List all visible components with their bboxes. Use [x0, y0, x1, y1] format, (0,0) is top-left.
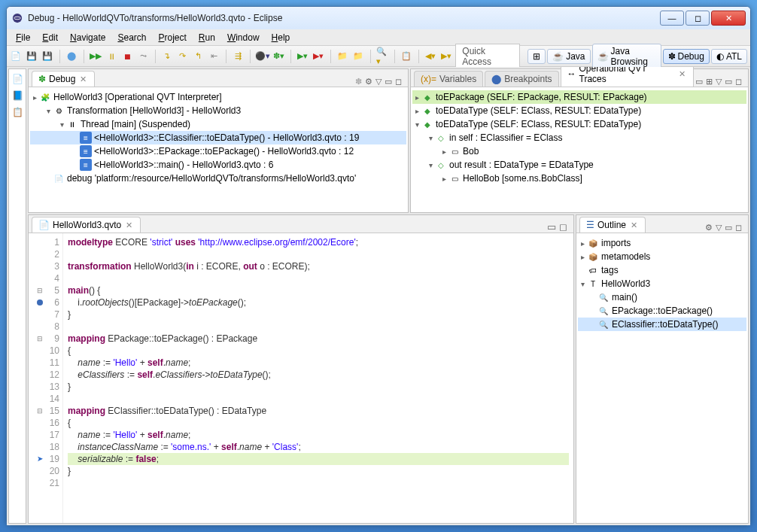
menu-project[interactable]: Project: [154, 31, 190, 44]
expand-icon[interactable]: ▾: [426, 161, 435, 169]
tree-row[interactable]: ▾◆toEDataType (SELF: EClass, RESULT: EDa…: [412, 117, 746, 131]
tool-icon[interactable]: ✽: [355, 77, 362, 87]
menu-run[interactable]: Run: [194, 31, 220, 44]
minimize-icon[interactable]: ▭: [725, 77, 732, 87]
tree-row[interactable]: ▸📦metamodels: [578, 250, 746, 263]
menu-help[interactable]: Help: [267, 31, 295, 44]
close-button[interactable]: ✕: [711, 11, 746, 26]
menu-search[interactable]: Search: [113, 31, 150, 44]
tree-row[interactable]: ▾⏸Thread [main] (Suspended): [30, 117, 406, 131]
suspend-icon[interactable]: ⏸: [105, 50, 118, 63]
breakpoint-icon[interactable]: [37, 299, 43, 306]
perspective-java-browsing[interactable]: ☕Java Browsing: [592, 44, 661, 69]
tree-row[interactable]: ▸◆toEPackage (SELF: EPackage, RESULT: EP…: [412, 90, 746, 104]
tree-row[interactable]: ≡<HelloWorld3>::main() - HelloWorld3.qvt…: [30, 158, 406, 172]
save-icon[interactable]: 💾: [26, 50, 38, 63]
tab-breakpoints[interactable]: ⬤Breakpoints: [485, 71, 558, 87]
tree-row[interactable]: 📄debug 'platform:/resource/HelloWorldQVT…: [30, 172, 406, 185]
maximize-icon[interactable]: ◻: [395, 77, 402, 87]
tab-outline[interactable]: ☰ Outline ✕: [579, 217, 646, 233]
expand-icon[interactable]: ▾: [412, 120, 421, 129]
expand-icon[interactable]: ▸: [578, 253, 587, 261]
view-menu-icon[interactable]: ▽: [716, 223, 722, 233]
close-icon[interactable]: ✕: [677, 69, 687, 79]
fold-icon[interactable]: ⊟: [37, 284, 43, 296]
tool-icon[interactable]: ▭: [695, 77, 703, 87]
new-icon[interactable]: 📄: [10, 50, 23, 63]
terminate-icon[interactable]: ⏹: [121, 50, 134, 63]
tree-row[interactable]: 🔍EClassifier::toEDataType(): [578, 318, 746, 331]
code-editor[interactable]: modeltype ECORE 'strict' uses 'http://ww…: [63, 233, 573, 523]
tree-row[interactable]: ▸📦imports: [578, 236, 746, 250]
debug-config-icon[interactable]: ✽▾: [272, 50, 285, 63]
resume-icon[interactable]: ▶▶: [90, 50, 102, 63]
menu-file[interactable]: File: [11, 31, 35, 44]
maximize-icon[interactable]: ◻: [559, 221, 567, 233]
view-menu-icon[interactable]: ▽: [716, 77, 722, 87]
new-folder-icon[interactable]: 📁: [352, 50, 365, 63]
step-over-icon[interactable]: ↷: [176, 50, 189, 63]
fold-icon[interactable]: ⊟: [37, 405, 43, 417]
view-menu-icon[interactable]: ▽: [375, 77, 382, 87]
menu-navigate[interactable]: Navigate: [65, 31, 110, 44]
save-all-icon[interactable]: 💾: [41, 50, 54, 63]
tab-operational-qvt-traces[interactable]: ↔Operational QVT Traces✕: [561, 67, 694, 87]
tool-icon[interactable]: ⚙: [705, 223, 713, 233]
expand-icon[interactable]: ▸: [412, 107, 421, 115]
new-project-icon[interactable]: 📁: [336, 50, 349, 63]
menu-edit[interactable]: Edit: [38, 31, 62, 44]
expand-icon[interactable]: ▾: [578, 280, 587, 288]
disconnect-icon[interactable]: ⤳: [137, 50, 150, 63]
minimize-icon[interactable]: ▭: [385, 77, 392, 87]
back-icon[interactable]: ◀▾: [424, 50, 436, 63]
expand-icon[interactable]: ▸: [439, 147, 448, 156]
fold-icon[interactable]: ⊟: [37, 333, 43, 345]
step-into-icon[interactable]: ↴: [160, 50, 173, 63]
tree-row[interactable]: ▸◆toEDataType (SELF: EClass, RESULT: EDa…: [412, 104, 746, 117]
expand-icon[interactable]: ▸: [578, 239, 587, 248]
maximize-icon[interactable]: ◻: [735, 223, 742, 233]
tab-variables[interactable]: (x)=Variables: [414, 71, 483, 87]
minimize-button[interactable]: —: [660, 11, 684, 26]
close-icon[interactable]: ✕: [124, 220, 134, 230]
step-return-icon[interactable]: ↰: [192, 50, 205, 63]
tool-icon[interactable]: ⚙: [365, 77, 372, 87]
expand-icon[interactable]: ▾: [57, 120, 66, 129]
tree-row[interactable]: 🏷tags: [578, 263, 746, 277]
titlebar[interactable]: Debug - HelloWorldQVTo/transforms/HelloW…: [7, 7, 750, 29]
perspective-java[interactable]: ☕Java: [547, 49, 590, 64]
tree-row[interactable]: ▾◇out result : EDataType = EDataType: [412, 158, 746, 172]
tree-row[interactable]: ▸🧩HelloWorld3 [Operational QVT Interpret…: [30, 90, 406, 104]
tree-row[interactable]: ▸▭HelloBob [some.ns.BobClass]: [412, 172, 746, 185]
close-icon[interactable]: ✕: [629, 220, 639, 230]
editor-tab[interactable]: 📄 HelloWorld3.qvto ✕: [32, 217, 141, 233]
tree-row[interactable]: ▾◇in self : EClassifier = EClass: [412, 131, 746, 144]
tree-row[interactable]: 🔍EPackage::toEPackage(): [578, 304, 746, 318]
tool-icon[interactable]: ⊞: [706, 77, 713, 87]
maximize-button[interactable]: ◻: [686, 11, 710, 26]
quick-access-input[interactable]: Quick Access: [455, 44, 520, 69]
maximize-icon[interactable]: ◻: [735, 77, 742, 87]
expand-icon[interactable]: ▸: [412, 93, 421, 102]
skip-breakpoints-icon[interactable]: ⬤: [65, 50, 78, 63]
minimized-view-icon[interactable]: 📘: [11, 90, 23, 102]
fwd-icon[interactable]: ▶▾: [439, 50, 452, 63]
minimized-view-icon[interactable]: 📄: [11, 74, 23, 86]
tree-row[interactable]: ▸▭Bob: [412, 144, 746, 158]
step-filters-icon[interactable]: ⇶: [232, 50, 245, 63]
search-icon[interactable]: 🔍▾: [376, 50, 389, 63]
run-last-icon[interactable]: ▶▾: [312, 50, 325, 63]
perspective-atl[interactable]: ◐ATL: [711, 49, 747, 64]
tab-debug[interactable]: ✽ Debug ✕: [32, 71, 95, 87]
tree-row[interactable]: ≡<HelloWorld3>::EClassifier::toEDataType…: [30, 131, 406, 144]
expand-icon[interactable]: ▸: [439, 175, 448, 183]
expand-icon[interactable]: ▾: [426, 134, 435, 142]
minimized-view-icon[interactable]: 📋: [11, 107, 23, 119]
menu-window[interactable]: Window: [223, 31, 264, 44]
tree-row[interactable]: ▾THelloWorld3: [578, 277, 746, 290]
minimize-icon[interactable]: ▭: [725, 223, 732, 233]
expand-icon[interactable]: ▾: [44, 107, 53, 115]
tree-row[interactable]: ≡<HelloWorld3>::EPackage::toEPackage() -…: [30, 144, 406, 158]
tree-row[interactable]: 🔍main(): [578, 290, 746, 304]
drop-to-frame-icon[interactable]: ⇤: [208, 50, 220, 63]
